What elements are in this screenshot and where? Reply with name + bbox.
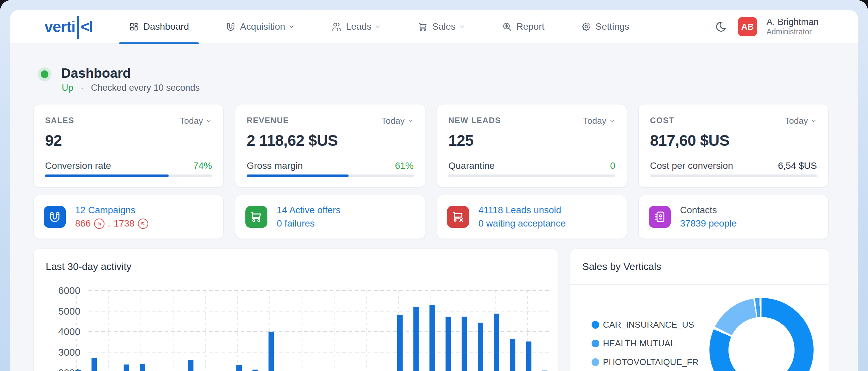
stat-card-value: 92 (45, 131, 212, 149)
period-select[interactable]: Today (180, 116, 212, 126)
verticals-panel-title: Sales by Verticals (582, 261, 661, 272)
period-select[interactable]: Today (785, 116, 817, 126)
info-card-14-active-offers: 14 Active offers0 failures (235, 195, 425, 239)
stat-sub-value: 74% (193, 161, 212, 171)
top-navigation-bar: verti<l DashboardAcquisitionLeadsSalesRe… (10, 10, 858, 43)
nav-item-sales[interactable]: Sales (408, 10, 475, 43)
stat-card-value: 817,60 $US (650, 131, 817, 149)
stat-sub-value: 61% (395, 161, 414, 171)
chevron-down-icon (609, 118, 615, 124)
nav-item-label: Report (517, 21, 545, 32)
cart-icon (250, 210, 263, 223)
info-card-title[interactable]: 12 Campaigns (75, 204, 148, 217)
info-card-title[interactable]: 41118 Leads unsold (478, 204, 566, 217)
header-right-cluster: AB A. Brightman Administrator (715, 10, 818, 43)
stat-card-label: REVENUE (247, 116, 289, 125)
info-card-12-campaigns: 12 Campaigns 866 . 1738 (33, 195, 224, 239)
activity-panel: Last 30-day activity 6000500040003000200… (33, 248, 558, 371)
info-card-subtitle[interactable]: 0 waiting acceptance (478, 217, 566, 230)
stat-card-label: COST (650, 116, 674, 125)
progress-bar (45, 174, 212, 177)
nav-item-label: Sales (432, 21, 456, 32)
user-menu[interactable]: A. Brightman Administrator (767, 17, 818, 37)
activity-panel-title: Last 30-day activity (46, 261, 131, 272)
progress-bar (448, 174, 615, 177)
nav-item-leads[interactable]: Leads (321, 10, 391, 43)
grid-icon (129, 22, 139, 32)
nav-item-settings[interactable]: Settings (571, 10, 639, 43)
legend-label: CAR_INSURANCE_US (603, 319, 694, 330)
nav-item-label: Leads (346, 21, 371, 32)
period-value: Today (180, 116, 203, 126)
magnet-icon (226, 22, 236, 32)
stat-sub-value: 0 (610, 161, 615, 171)
chevron-down-icon (811, 118, 817, 124)
period-select[interactable]: Today (583, 116, 615, 126)
address-book-icon-tile (649, 206, 671, 228)
nav-item-acquisition[interactable]: Acquisition (216, 10, 305, 43)
info-card-subtitle[interactable]: 0 failures (277, 217, 341, 230)
nav-item-report[interactable]: Report (492, 10, 555, 43)
chevron-down-icon (375, 23, 381, 30)
cart-x-icon (452, 210, 464, 223)
dark-mode-toggle[interactable] (715, 20, 728, 33)
users-icon (332, 22, 342, 32)
sales-by-verticals-panel: Sales by Verticals CAR_INSURANCE_US HEAL… (570, 248, 829, 371)
period-value: Today (381, 116, 405, 126)
progress-bar (650, 174, 817, 177)
stat-sub-label: Cost per conversion (650, 161, 733, 171)
legend-item-health-mutual[interactable]: HEALTH-MUTUAL (592, 338, 699, 349)
stat-sub-label: Gross margin (247, 161, 303, 171)
period-value: Today (583, 116, 606, 126)
cart-x-icon-tile (447, 206, 469, 228)
campaign-metrics: 866 . 1738 (75, 217, 148, 230)
svg-text:3000: 3000 (58, 347, 81, 358)
status-up-label: Up (62, 83, 73, 93)
brand-logo[interactable]: verti<l (44, 10, 93, 43)
stat-card-value: 125 (448, 131, 615, 149)
chevron-down-icon (288, 23, 295, 30)
brand-logo-k-arms: < (81, 18, 89, 36)
legend-item-photovoltaique_fr[interactable]: PHOTOVOLTAIQUE_FR (592, 357, 699, 367)
magnet-icon-tile (44, 206, 66, 228)
svg-text:4000: 4000 (58, 326, 81, 337)
stat-card-value: 2 118,62 $US (247, 131, 414, 149)
stat-card-new-leads: NEW LEADS Today 125 Quarantine 0 (437, 104, 627, 188)
stat-card-label: NEW LEADS (448, 116, 501, 125)
verticals-donut-chart (709, 298, 814, 371)
legend-label: PHOTOVOLTAIQUE_FR (603, 357, 699, 367)
brand-logo-suffix: l (89, 18, 93, 36)
user-name: A. Brightman (767, 17, 818, 27)
activity-bar-chart: 60005000400030002000 (42, 279, 551, 371)
main-nav: DashboardAcquisitionLeadsSalesReportSett… (119, 10, 639, 43)
stat-card-sales: SALES Today 92 Conversion rate 74% (33, 104, 224, 188)
gear-icon (581, 22, 591, 32)
info-card-title: Contacts (680, 204, 737, 217)
legend-label: HEALTH-MUTUAL (603, 338, 675, 349)
chevron-down-icon (459, 23, 465, 30)
report-search-icon (502, 22, 512, 32)
status-separator: · (81, 83, 84, 93)
info-card-title[interactable]: 14 Active offers (277, 204, 341, 217)
arrow-up-left-icon (138, 218, 148, 229)
verticals-legend: CAR_INSURANCE_US HEALTH-MUTUAL PHOTOVOLT… (592, 319, 699, 367)
address-book-icon (653, 210, 666, 223)
nav-item-dashboard[interactable]: Dashboard (119, 10, 199, 43)
magnet-icon (49, 210, 61, 223)
chevron-down-icon (206, 118, 212, 124)
legend-dot (592, 340, 599, 347)
stat-sub-value: 6,54 $US (778, 161, 817, 171)
cart-icon-tile (245, 206, 268, 228)
stat-sub-label: Conversion rate (45, 161, 111, 171)
svg-text:6000: 6000 (58, 285, 81, 296)
metric-down-value: 866 (75, 217, 91, 230)
arrow-down-right-icon (94, 218, 104, 229)
period-select[interactable]: Today (381, 116, 414, 126)
nav-item-label: Dashboard (143, 21, 189, 32)
nav-item-label: Settings (596, 21, 629, 32)
avatar[interactable]: AB (738, 17, 757, 36)
legend-item-car_insurance_us[interactable]: CAR_INSURANCE_US (592, 319, 699, 330)
cart-icon (418, 22, 428, 32)
info-card-subtitle[interactable]: 37839 people (680, 217, 737, 230)
stat-card-cost: COST Today 817,60 $US Cost per conversio… (638, 104, 829, 188)
